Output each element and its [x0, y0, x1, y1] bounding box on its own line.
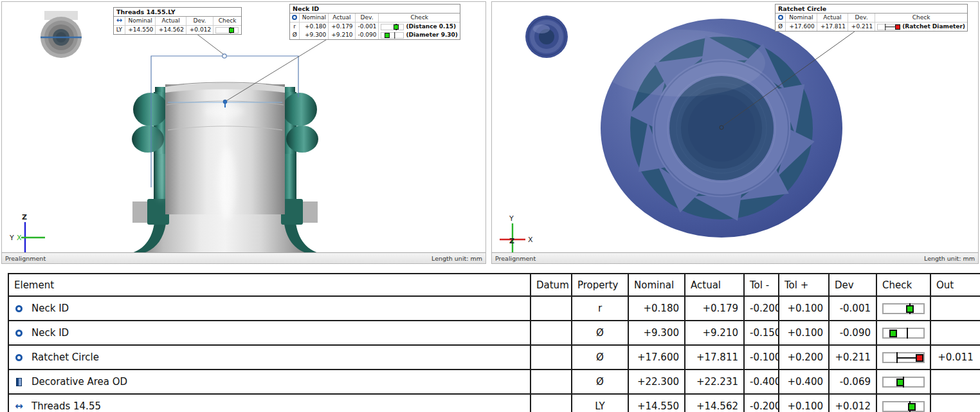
ann-dev: -0.090	[355, 31, 379, 39]
table-row[interactable]: Neck ID r +0.180 +0.179 -0.200 +0.100 -0…	[8, 296, 980, 321]
check-indicator	[882, 401, 925, 412]
circle-icon	[14, 330, 24, 337]
nominal-value: +9.300	[628, 321, 685, 345]
annotation-ratchet-circle[interactable]: Ratchet Circle Nominal Actual Dev. Check…	[775, 4, 968, 32]
actual-value: +0.179	[685, 296, 744, 321]
nominal-value: +22.300	[628, 370, 685, 394]
orientation-thumbnail[interactable]	[41, 11, 82, 58]
annotation-threads[interactable]: Threads 14.55.LY Nominal Actual Dev. Che…	[113, 7, 242, 35]
inspection-results-table: Element Datum Property Nominal Actual To…	[8, 273, 980, 412]
check-indicator	[215, 27, 239, 33]
ann-property: Ø	[776, 23, 786, 32]
ann-dev: +0.211	[848, 23, 875, 32]
col-actual[interactable]: Actual	[685, 274, 744, 296]
orientation-thumbnail[interactable]	[525, 15, 568, 58]
table-row[interactable]: Threads 14.55 LY +14.550 +14.562 -0.200 …	[8, 394, 980, 412]
axis-label-x: X	[17, 234, 22, 242]
check-label: (Diameter 9.30)	[406, 32, 458, 38]
cap-3d-scene[interactable]: Y X Z	[492, 2, 978, 253]
table-row[interactable]: Ratchet Circle Ø +17.600 +17.811 -0.100 …	[8, 345, 980, 370]
actual-value: +9.210	[685, 321, 744, 345]
left-3d-viewport[interactable]: Z Y X Threads 14.55.LY Nominal Actual De…	[1, 1, 486, 264]
table-row[interactable]: Decorative Area OD Ø +22.300 +22.231 -0.…	[8, 370, 980, 394]
nominal-value: +0.180	[628, 296, 685, 321]
property-value: Ø	[572, 321, 628, 345]
viewport-statusbar: Prealignment Length unit: mm	[2, 252, 485, 263]
bottle-neck-model[interactable]	[132, 82, 318, 253]
col-property[interactable]: Property	[572, 274, 628, 296]
col-tol-minus[interactable]: Tol -	[744, 274, 779, 296]
annotation-neck-id[interactable]: Neck ID Nominal Actual Dev. Check r +0.1…	[289, 4, 460, 40]
check-indicator	[381, 32, 404, 39]
dev-value: -0.001	[829, 296, 876, 321]
ann-nominal: +9.300	[300, 31, 329, 39]
element-label: Neck ID	[32, 303, 69, 314]
col-nominal[interactable]: Nominal	[628, 274, 685, 296]
ann-property: Ø	[290, 31, 300, 39]
tol-plus-value: +0.100	[779, 296, 829, 321]
out-value	[930, 394, 980, 412]
actual-value: +22.231	[685, 370, 744, 394]
ann-col-check: Check	[213, 17, 241, 26]
property-value: LY	[572, 394, 628, 412]
datum-value	[531, 345, 572, 370]
distance-icon	[116, 18, 122, 23]
dev-value: -0.069	[829, 370, 876, 394]
col-tol-plus[interactable]: Tol +	[779, 274, 829, 296]
circle-icon	[778, 15, 783, 20]
col-check[interactable]: Check	[876, 274, 930, 296]
col-out[interactable]: Out	[930, 274, 980, 296]
ann-nominal: +14.550	[125, 26, 156, 35]
circle-icon	[14, 354, 24, 361]
tol-minus-value: -0.150	[744, 321, 779, 345]
ann-col-actual: Actual	[817, 14, 848, 23]
ann-property: LY	[114, 26, 125, 35]
length-unit: Length unit: mm	[431, 255, 482, 262]
ann-col-check: Check	[875, 14, 967, 23]
cap-model[interactable]	[598, 19, 842, 238]
ann-col-dev: Dev.	[186, 17, 213, 26]
check-indicator	[877, 24, 900, 30]
tol-minus-value: -0.200	[744, 296, 779, 321]
nominal-value: +14.550	[628, 394, 685, 412]
tol-minus-value: -0.200	[744, 394, 779, 412]
check-indicator	[882, 377, 925, 388]
property-value: Ø	[572, 370, 628, 394]
check-indicator	[882, 303, 925, 314]
ann-actual: +0.179	[329, 23, 355, 32]
out-value	[930, 321, 980, 345]
property-value: r	[572, 296, 628, 321]
out-value	[930, 296, 980, 321]
ann-actual: +9.210	[329, 31, 355, 39]
annotation-title: Threads 14.55.LY	[114, 8, 241, 17]
right-3d-viewport[interactable]: Y X Z Ratchet Circle Nominal Actual Dev.…	[491, 1, 979, 264]
axis-label-z: Z	[509, 237, 514, 245]
col-datum[interactable]: Datum	[531, 274, 572, 296]
length-unit: Length unit: mm	[924, 255, 975, 262]
axis-label-y: Y	[509, 214, 514, 223]
col-element[interactable]: Element	[8, 274, 531, 296]
ann-col-dev: Dev.	[355, 14, 379, 23]
property-value: Ø	[572, 345, 628, 370]
table-row[interactable]: Neck ID Ø +9.300 +9.210 -0.150 +0.100 -0…	[8, 321, 980, 345]
datum-value	[531, 394, 572, 412]
ann-col-dev: Dev.	[848, 14, 875, 23]
inspection-software-window: { "viewports": { "left": { "status": {"m…	[0, 0, 980, 412]
axis-triad: Z Y X	[9, 213, 45, 253]
dev-value: +0.012	[829, 394, 876, 412]
circle-icon	[14, 305, 24, 312]
annotation-title: Neck ID	[290, 5, 460, 14]
axis-label-y: Y	[9, 234, 14, 242]
out-value: +0.011	[930, 345, 980, 370]
ann-property: r	[290, 23, 300, 32]
col-dev[interactable]: Dev	[829, 274, 876, 296]
ann-dev: +0.012	[186, 26, 213, 35]
alignment-status: Prealignment	[5, 255, 46, 262]
check-indicator	[381, 24, 404, 30]
axis-triad: Y X Z	[500, 214, 533, 253]
tol-plus-value: +0.400	[779, 370, 829, 394]
cylinder-icon	[14, 378, 24, 386]
datum-value	[531, 370, 572, 394]
element-label: Ratchet Circle	[32, 351, 99, 363]
tol-plus-value: +0.200	[779, 345, 829, 370]
